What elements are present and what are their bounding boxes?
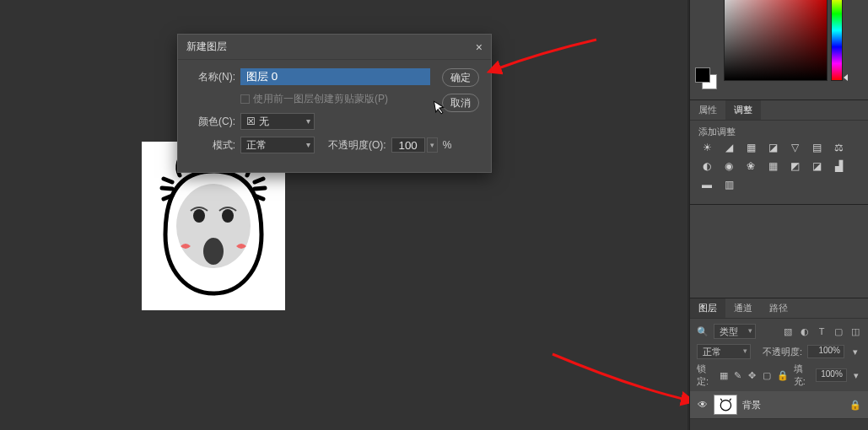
search-icon[interactable]: 🔍 (697, 326, 709, 337)
brightness-icon[interactable]: ☀ (700, 142, 714, 153)
name-label: 名称(N): (188, 70, 235, 84)
chevron-down-icon[interactable]: ▾ (427, 137, 438, 153)
fg-bg-swatch[interactable] (695, 67, 717, 89)
color-field[interactable] (724, 0, 828, 81)
color-select[interactable]: ☒ 无 (240, 113, 315, 130)
clip-mask-checkbox[interactable]: 使用前一图层创建剪贴蒙版(P) (240, 92, 388, 106)
poster-icon[interactable]: ◪ (810, 160, 823, 172)
color-picker-panel (690, 0, 868, 99)
tab-channels[interactable]: 通道 (725, 298, 761, 318)
layer-fill-input[interactable]: 100% (816, 368, 847, 382)
right-panel-stack: 属性 调整 添加调整 ☀ ◢ ▦ ◪ ▽ ▤ ⚖ ◐ ◉ ❀ ▦ ◩ ◪ ▟ ▬… (689, 0, 868, 430)
tab-paths[interactable]: 路径 (761, 298, 796, 318)
dialog-title: 新建图层 (186, 40, 227, 54)
lock-pos-icon[interactable]: ✥ (747, 369, 757, 381)
layer-thumbnail[interactable] (714, 395, 737, 415)
mode-select[interactable]: 正常 (240, 137, 315, 153)
levels-icon[interactable]: ◢ (722, 142, 736, 153)
dialog-titlebar[interactable]: 新建图层 × (178, 35, 491, 60)
lookup-icon[interactable]: ▦ (766, 160, 779, 172)
lock-trans-icon[interactable]: ▦ (719, 369, 728, 381)
exposure-icon[interactable]: ◪ (766, 142, 779, 153)
tab-properties[interactable]: 属性 (690, 100, 725, 120)
filter-smart-icon[interactable]: ◫ (849, 325, 861, 337)
none-box-icon: ☒ (246, 116, 256, 127)
svg-point-4 (203, 238, 224, 265)
hue-icon[interactable]: ▤ (810, 142, 823, 153)
add-adjustment-label: 添加调整 (698, 126, 860, 138)
filter-kind-select[interactable]: 类型 (714, 324, 756, 339)
tab-adjustments[interactable]: 调整 (725, 100, 761, 120)
layer-list: 👁 背景 🔒 (690, 391, 868, 430)
svg-point-3 (222, 209, 234, 223)
name-input[interactable] (240, 68, 430, 85)
selective-icon[interactable]: ▥ (722, 179, 736, 191)
filter-adjust-icon[interactable]: ◐ (799, 325, 811, 337)
hue-slider[interactable] (831, 0, 843, 81)
gradmap-icon[interactable]: ▬ (700, 179, 714, 191)
visibility-toggle-icon[interactable]: 👁 (697, 399, 709, 411)
lock-all-icon[interactable]: 🔒 (777, 369, 789, 381)
layers-panel: 图层 通道 路径 🔍 类型 ▧ ◐ T ▢ ◫ 正常 不透明度: 100% ▾ (690, 298, 868, 430)
adjustment-icon-grid: ☀ ◢ ▦ ◪ ▽ ▤ ⚖ ◐ ◉ ❀ ▦ ◩ ◪ ▟ ▬ ▥ (698, 138, 860, 196)
filter-type-icon[interactable]: T (816, 325, 828, 337)
blend-mode-select[interactable]: 正常 (697, 344, 751, 359)
chevron-down-icon[interactable]: ▾ (849, 346, 861, 357)
color-label: 颜色(C): (188, 115, 235, 129)
svg-point-2 (193, 209, 205, 223)
filter-pixel-icon[interactable]: ▧ (782, 325, 794, 337)
layer-name: 背景 (742, 399, 761, 411)
ok-button[interactable]: 确定 (442, 68, 479, 87)
filter-shape-icon[interactable]: ▢ (833, 325, 844, 337)
lock-icon: 🔒 (849, 400, 861, 411)
vibrance-icon[interactable]: ▽ (788, 142, 801, 153)
threshold-icon[interactable]: ▟ (832, 160, 845, 172)
curves-icon[interactable]: ▦ (744, 142, 757, 153)
fill-label: 填充: (794, 363, 811, 388)
mixer-icon[interactable]: ❀ (744, 160, 757, 172)
new-layer-dialog: 新建图层 × 确定 取消 名称(N): 使用前一图层创建剪贴蒙版(P) 颜色(C… (177, 34, 492, 173)
hue-indicator-icon (844, 74, 848, 81)
chevron-down-icon[interactable]: ▾ (852, 369, 861, 381)
properties-panel: 属性 调整 添加调整 ☀ ◢ ▦ ◪ ▽ ▤ ⚖ ◐ ◉ ❀ ▦ ◩ ◪ ▟ ▬… (690, 100, 868, 204)
tab-layers[interactable]: 图层 (690, 298, 725, 318)
lock-artb-icon[interactable]: ▢ (763, 369, 772, 381)
opacity-label: 不透明度(O): (328, 138, 386, 153)
layer-item[interactable]: 👁 背景 🔒 (690, 391, 868, 419)
lock-label: 锁定: (697, 363, 714, 388)
bw-icon[interactable]: ◐ (700, 160, 714, 172)
lock-paint-icon[interactable]: ✎ (733, 369, 742, 381)
balance-icon[interactable]: ⚖ (832, 142, 845, 153)
svg-point-5 (720, 400, 731, 411)
cancel-button[interactable]: 取消 (442, 94, 479, 112)
photo-filter-icon[interactable]: ◉ (722, 160, 736, 172)
invert-icon[interactable]: ◩ (788, 160, 801, 172)
mode-label: 模式: (188, 138, 235, 153)
close-icon[interactable]: × (476, 40, 483, 54)
opacity-input[interactable] (391, 137, 425, 153)
layer-opacity-input[interactable]: 100% (807, 345, 844, 358)
opacity-label: 不透明度: (763, 346, 802, 358)
opacity-unit: % (443, 139, 452, 151)
